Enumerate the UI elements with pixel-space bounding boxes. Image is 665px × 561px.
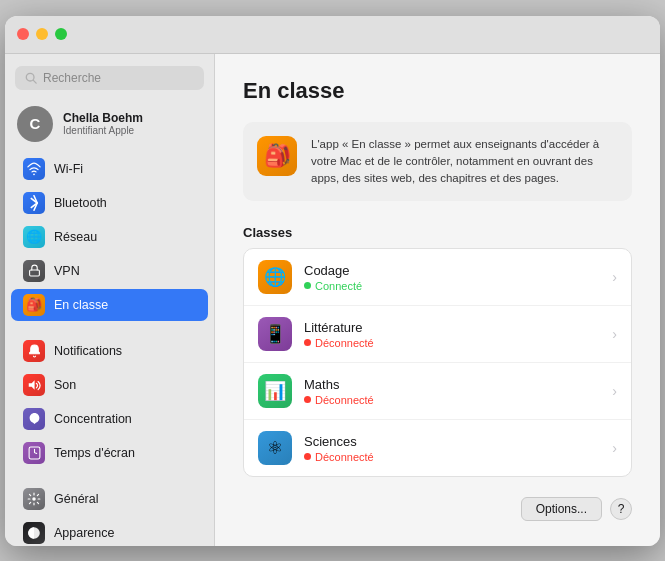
user-subtitle: Identifiant Apple: [63, 125, 143, 136]
sidebar-item-bluetooth-label: Bluetooth: [54, 196, 107, 210]
minimize-button[interactable]: [36, 28, 48, 40]
svg-line-1: [33, 80, 36, 83]
litterature-status-dot: [304, 339, 311, 346]
avatar: C: [17, 106, 53, 142]
titlebar: [5, 16, 660, 54]
window-content: Recherche C Chella Boehm Identifiant App…: [5, 54, 660, 546]
sidebar-item-concentration[interactable]: Concentration: [11, 403, 208, 435]
sidebar-item-wifi-label: Wi-Fi: [54, 162, 83, 176]
sciences-chevron: ›: [612, 440, 617, 456]
search-icon: [25, 72, 37, 84]
class-item-codage[interactable]: 🌐 Codage Connecté ›: [244, 249, 631, 306]
codage-status-text: Connecté: [315, 280, 362, 292]
litterature-info: Littérature Déconnecté: [304, 320, 600, 349]
search-bar[interactable]: Recherche: [15, 66, 204, 90]
wifi-icon: [23, 158, 45, 180]
codage-name: Codage: [304, 263, 600, 278]
classroom-icon: 🎒: [23, 294, 45, 316]
user-name: Chella Boehm: [63, 111, 143, 125]
svg-marker-6: [29, 380, 35, 389]
maths-chevron: ›: [612, 383, 617, 399]
search-placeholder: Recherche: [43, 71, 101, 85]
codage-status-dot: [304, 282, 311, 289]
maths-status-dot: [304, 396, 311, 403]
sidebar-item-temps-ecran[interactable]: Temps d'écran: [11, 437, 208, 469]
sciences-name: Sciences: [304, 434, 600, 449]
classes-list: 🌐 Codage Connecté › 📱 Littérature: [243, 248, 632, 477]
sidebar-item-temps-ecran-label: Temps d'écran: [54, 446, 135, 460]
sidebar-item-notifications-label: Notifications: [54, 344, 122, 358]
classroom-app-icon: 🎒: [257, 136, 297, 176]
user-row[interactable]: C Chella Boehm Identifiant Apple: [5, 100, 214, 152]
codage-status: Connecté: [304, 280, 600, 292]
bottom-bar: Options... ?: [243, 497, 632, 521]
sound-icon: [23, 374, 45, 396]
sidebar-item-notifications[interactable]: Notifications: [11, 335, 208, 367]
maths-status: Déconnecté: [304, 394, 600, 406]
sciences-icon: ⚛: [258, 431, 292, 465]
maths-info: Maths Déconnecté: [304, 377, 600, 406]
svg-point-2: [33, 173, 35, 175]
litterature-name: Littérature: [304, 320, 600, 335]
litterature-icon: 📱: [258, 317, 292, 351]
sciences-status-text: Déconnecté: [315, 451, 374, 463]
svg-rect-5: [29, 270, 39, 276]
class-item-maths[interactable]: 📊 Maths Déconnecté ›: [244, 363, 631, 420]
sidebar-item-classroom[interactable]: 🎒 En classe: [11, 289, 208, 321]
info-description: L'app « En classe » permet aux enseignan…: [311, 136, 618, 188]
litterature-status: Déconnecté: [304, 337, 600, 349]
system-preferences-window: Recherche C Chella Boehm Identifiant App…: [5, 16, 660, 546]
sidebar-item-apparence-label: Apparence: [54, 526, 114, 540]
bluetooth-icon: [23, 192, 45, 214]
user-info: Chella Boehm Identifiant Apple: [63, 111, 143, 136]
close-button[interactable]: [17, 28, 29, 40]
sidebar-item-general-label: Général: [54, 492, 98, 506]
sciences-status-dot: [304, 453, 311, 460]
notifications-icon: [23, 340, 45, 362]
options-button[interactable]: Options...: [521, 497, 602, 521]
litterature-status-text: Déconnecté: [315, 337, 374, 349]
focus-icon: [23, 408, 45, 430]
sidebar-item-son[interactable]: Son: [11, 369, 208, 401]
sciences-info: Sciences Déconnecté: [304, 434, 600, 463]
maths-icon: 📊: [258, 374, 292, 408]
network-icon: 🌐: [23, 226, 45, 248]
info-box: 🎒 L'app « En classe » permet aux enseign…: [243, 122, 632, 202]
sidebar-item-son-label: Son: [54, 378, 76, 392]
general-icon: [23, 488, 45, 510]
main-panel: En classe 🎒 L'app « En classe » permet a…: [215, 54, 660, 546]
help-button[interactable]: ?: [610, 498, 632, 520]
vpn-icon: [23, 260, 45, 282]
codage-icon: 🌐: [258, 260, 292, 294]
sidebar-item-reseau[interactable]: 🌐 Réseau: [11, 221, 208, 253]
appearance-icon: [23, 522, 45, 544]
codage-info: Codage Connecté: [304, 263, 600, 292]
sidebar-item-reseau-label: Réseau: [54, 230, 97, 244]
page-title: En classe: [243, 78, 632, 104]
maximize-button[interactable]: [55, 28, 67, 40]
svg-point-8: [32, 497, 36, 501]
sidebar-item-concentration-label: Concentration: [54, 412, 132, 426]
maths-status-text: Déconnecté: [315, 394, 374, 406]
sidebar-item-apparence[interactable]: Apparence: [11, 517, 208, 546]
class-item-litterature[interactable]: 📱 Littérature Déconnecté ›: [244, 306, 631, 363]
codage-chevron: ›: [612, 269, 617, 285]
class-item-sciences[interactable]: ⚛ Sciences Déconnecté ›: [244, 420, 631, 476]
sidebar-item-vpn-label: VPN: [54, 264, 80, 278]
litterature-chevron: ›: [612, 326, 617, 342]
screentime-icon: [23, 442, 45, 464]
sidebar-item-wifi[interactable]: Wi-Fi: [11, 153, 208, 185]
maths-name: Maths: [304, 377, 600, 392]
sidebar-item-bluetooth[interactable]: Bluetooth: [11, 187, 208, 219]
sidebar-item-vpn[interactable]: VPN: [11, 255, 208, 287]
sidebar-item-general[interactable]: Général: [11, 483, 208, 515]
classes-section-title: Classes: [243, 225, 632, 240]
sciences-status: Déconnecté: [304, 451, 600, 463]
sidebar: Recherche C Chella Boehm Identifiant App…: [5, 54, 215, 546]
sidebar-item-classroom-label: En classe: [54, 298, 108, 312]
traffic-lights: [17, 28, 67, 40]
